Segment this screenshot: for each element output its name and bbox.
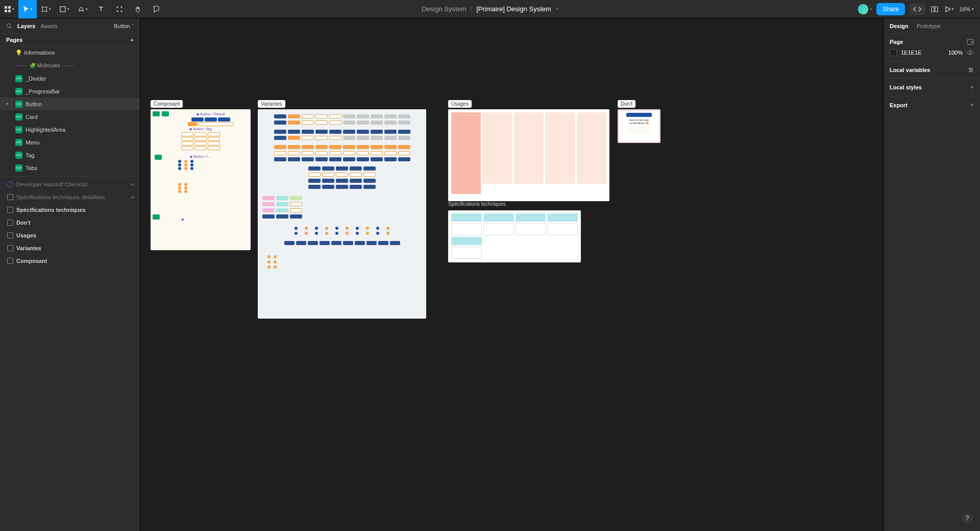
breadcrumb[interactable]: Design System / [Primaire] Design System… (422, 5, 558, 13)
svg-point-7 (117, 10, 118, 12)
breadcrumb-project[interactable]: Design System (422, 5, 466, 13)
pages-list: 💡 Informations 🧩 Molecules </> _Divider … (0, 46, 140, 531)
layers-tab[interactable]: Layers (17, 23, 35, 29)
frame-composant[interactable]: Composant Button / Default Button / Big … (151, 109, 251, 250)
help-button[interactable]: ? (962, 513, 973, 524)
comment-tool-button[interactable] (147, 0, 165, 18)
page-item-tag[interactable]: </> Tag (0, 149, 140, 161)
page-item-progressbar[interactable]: </> _ProgressBar (0, 85, 140, 98)
visibility-icon[interactable] (967, 50, 974, 55)
page-background-row[interactable]: 1E1E1E 100% (890, 49, 974, 56)
dev-checklist-icon (7, 181, 13, 187)
local-variables-section[interactable]: Local variables (884, 62, 980, 79)
main-menu-button[interactable]: ▾ (0, 0, 18, 18)
library-button[interactable] (929, 0, 940, 18)
frame-icon (7, 207, 13, 213)
canvas[interactable]: Composant Button / Default Button / Big … (140, 18, 883, 531)
layer-item-dev-checklist[interactable]: Developer Handoff Checklist ⇄ (0, 178, 140, 190)
page-item-divider[interactable]: </> _Divider (0, 72, 140, 85)
page-item-menu[interactable]: </> Menu (0, 136, 140, 149)
frame-variantes[interactable]: Variantes (258, 109, 426, 319)
chevron-down-icon: ▾ (870, 7, 872, 11)
frame-dont[interactable]: Don't Avoir un jeux des combinaisons 🎨 (618, 109, 660, 143)
favorite-icon[interactable]: ⇄ (131, 195, 135, 200)
hand-tool-button[interactable] (129, 0, 147, 18)
design-tab[interactable]: Design (890, 23, 909, 29)
chevron-down-icon: ▾ (86, 7, 88, 11)
layer-item-dont[interactable]: Don't (0, 216, 140, 229)
local-styles-section[interactable]: Local styles + (884, 79, 980, 96)
frame-label-spec[interactable]: Spécifications techniques (448, 201, 506, 207)
toolbar-right: ▾ Share ▾ 18% ▾ (857, 0, 980, 18)
frame-tool-button[interactable]: ▾ (37, 0, 55, 18)
page-settings-icon[interactable] (967, 39, 974, 45)
share-button[interactable]: Share (876, 3, 905, 15)
search-icon[interactable] (6, 23, 12, 29)
chevron-down-icon: ▾ (67, 7, 69, 11)
frame-icon (7, 258, 13, 264)
component-icon: </> (15, 139, 22, 146)
svg-rect-4 (60, 7, 65, 12)
left-panel-header: Layers Assets Button ˄ (0, 18, 140, 34)
layer-item-spec[interactable]: Spécifications techniques (0, 203, 140, 216)
page-item-highlightedarea[interactable]: </> HighlightedArea (0, 123, 140, 136)
svg-rect-3 (8, 10, 11, 12)
dev-mode-button[interactable] (909, 4, 925, 15)
component-badge-icon (155, 155, 162, 160)
frame-label-variantes[interactable]: Variantes (258, 100, 285, 108)
page-filter[interactable]: Button ˄ (114, 23, 134, 29)
toolbar-left: ▾ ▾ ▾ ▾ ▾ (0, 0, 165, 18)
chevron-up-icon: ˄ (132, 23, 134, 28)
right-panel-tabs: Design Prototype (884, 18, 980, 34)
frame-label-composant[interactable]: Composant (151, 100, 183, 108)
page-item-button[interactable]: ▾ </> Button (0, 98, 140, 110)
add-style-button[interactable]: + (970, 84, 974, 91)
component-badge-icon (153, 111, 160, 116)
frame-usages[interactable]: Usages (448, 109, 609, 201)
chevron-down-icon[interactable]: ▾ (556, 7, 558, 11)
present-button[interactable]: ▾ (944, 0, 955, 18)
prototype-tab[interactable]: Prototype (917, 23, 941, 29)
page-separator-molecules[interactable]: 🧩 Molecules (0, 59, 140, 72)
frame-icon (7, 245, 13, 251)
resources-button[interactable] (110, 0, 129, 18)
text-tool-button[interactable] (92, 0, 110, 18)
add-page-button[interactable]: + (131, 37, 134, 43)
zoom-control[interactable]: 18% ▾ (959, 6, 974, 12)
page-item-tabs[interactable]: </> Tabs (0, 161, 140, 174)
pen-tool-button[interactable]: ▾ (74, 0, 92, 18)
svg-point-6 (121, 6, 122, 8)
frame-label-dont[interactable]: Don't (618, 100, 635, 108)
avatar-group[interactable]: ▾ (857, 4, 872, 15)
chevron-down-icon[interactable]: ▾ (6, 102, 8, 106)
svg-rect-1 (8, 6, 11, 9)
variables-settings-icon[interactable] (968, 67, 974, 73)
svg-point-15 (970, 71, 971, 73)
background-hex[interactable]: 1E1E1E (901, 50, 921, 56)
component-badge-icon (162, 111, 169, 116)
favorite-icon[interactable]: ⇄ (131, 182, 135, 187)
background-opacity[interactable]: 100% (948, 50, 963, 56)
page-item-card[interactable]: </> Card (0, 110, 140, 123)
move-tool-button[interactable]: ▾ (18, 0, 37, 18)
color-swatch[interactable] (890, 49, 897, 56)
breadcrumb-file[interactable]: [Primaire] Design System (476, 5, 551, 13)
frame-label-usages[interactable]: Usages (448, 100, 472, 108)
svg-point-5 (117, 6, 118, 8)
add-export-button[interactable]: + (970, 102, 974, 109)
frame-spec[interactable]: Spécifications techniques (448, 210, 581, 262)
export-section[interactable]: Export + (884, 96, 980, 114)
frame-icon (7, 194, 13, 200)
svg-rect-0 (5, 6, 7, 9)
page-item-informations[interactable]: 💡 Informations (0, 46, 140, 59)
component-icon: </> (15, 164, 22, 172)
layer-item-composant[interactable]: Composant (0, 254, 140, 267)
layer-item-spec-detailed[interactable]: Spécifications techniques détaillées ⇄ (0, 190, 140, 203)
layer-item-variantes[interactable]: Variantes (0, 242, 140, 254)
svg-point-9 (7, 23, 11, 27)
avatar[interactable] (857, 4, 869, 15)
frame-icon (7, 220, 13, 226)
shape-tool-button[interactable]: ▾ (55, 0, 74, 18)
assets-tab[interactable]: Assets (40, 23, 57, 29)
layer-item-usages[interactable]: Usages (0, 229, 140, 242)
